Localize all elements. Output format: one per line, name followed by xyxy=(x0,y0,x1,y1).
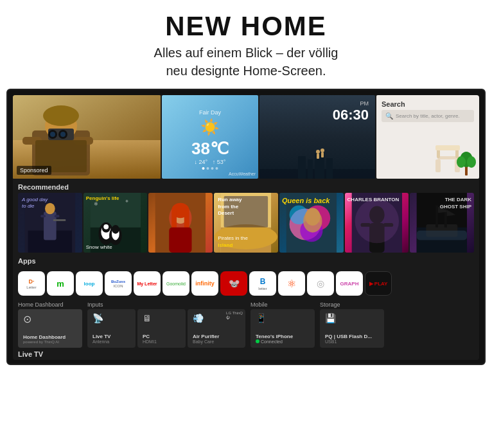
svg-rect-35 xyxy=(44,212,57,240)
app-atom[interactable]: ⚛ xyxy=(278,271,305,296)
rec-item-2-subtitle: Snow white xyxy=(86,244,112,250)
svg-rect-55 xyxy=(172,211,177,229)
rec-item-7-title: THE DARKGHOST SHIP xyxy=(440,197,471,210)
app-atom-icon: ⚛ xyxy=(287,278,296,290)
air-purifier-label: Air Purifier xyxy=(193,334,219,339)
svg-point-19 xyxy=(316,150,320,154)
app-infinity[interactable]: infinity xyxy=(191,271,218,296)
svg-rect-28 xyxy=(435,145,460,150)
antenna-icon: 📡 xyxy=(92,313,103,323)
svg-rect-20 xyxy=(317,154,319,159)
rec-item-1-text: A good dayto die xyxy=(22,197,48,209)
weather-dots xyxy=(202,167,218,170)
app-d-letter-label: Letter xyxy=(26,285,36,289)
app-play-icon: ▶ PLAY xyxy=(369,281,388,287)
weather-source: AccuWeather xyxy=(229,172,256,176)
search-bar[interactable]: 🔍 Search by title, actor, genre. xyxy=(382,110,474,122)
svg-rect-37 xyxy=(40,215,46,217)
weather-dot-2 xyxy=(207,167,209,170)
app-infinity-icon: infinity xyxy=(195,280,215,287)
weather-temperature: 38℃ xyxy=(191,139,229,159)
app-loop[interactable]: loop xyxy=(76,271,103,296)
storage-group: Storage 💾 PQ | USB Flash D... USB1 xyxy=(320,301,384,348)
app-graph-icon: GRAPH xyxy=(340,281,359,287)
live-tv-section-label: Live TV xyxy=(13,348,479,360)
app-myl[interactable]: My Letter xyxy=(134,271,161,296)
home-dashboard-sublabel: powered by ThinQ AI xyxy=(23,340,66,344)
rec-item-2-title: Penguin's life xyxy=(86,195,119,201)
inputs-group-label: Inputs xyxy=(87,301,245,308)
iphone-label: Teneo's iPhone xyxy=(256,334,293,339)
recommended-row: A good dayto die ❄ ❄ xyxy=(13,193,479,254)
mobile-group: Mobile 📱 Teneo's iPhone Connected xyxy=(250,301,315,348)
app-goomolid[interactable]: Goomolid xyxy=(163,271,189,296)
app-graph[interactable]: GRAPH xyxy=(336,271,363,296)
weather-sun-icon: ☀️ xyxy=(200,118,220,136)
rec-item-6[interactable]: CHARLES BRANTON xyxy=(345,193,409,253)
search-title: Search xyxy=(382,100,474,108)
rec-item-1[interactable]: A good dayto die xyxy=(18,193,82,253)
svg-rect-22 xyxy=(321,152,324,157)
pc-icon: 🖥 xyxy=(143,313,152,323)
rec-item-7[interactable]: THE DARKGHOST SHIP xyxy=(410,193,474,253)
usb-item[interactable]: 💾 PQ | USB Flash D... USB1 xyxy=(320,309,384,348)
app-b-letter[interactable]: B letter xyxy=(249,271,276,296)
hero-clock-widget[interactable]: PM 06:30 xyxy=(259,95,375,179)
pc-input-item[interactable]: 🖥 PC HDMI1 xyxy=(137,309,186,348)
app-buzz-label: ICON xyxy=(114,284,123,288)
svg-point-21 xyxy=(321,148,324,152)
rec-item-4-upper-text: Run awayfrom theDesert xyxy=(218,197,242,217)
iphone-item[interactable]: 📱 Teneo's iPhone Connected xyxy=(250,309,315,348)
page-title: NEW HOME xyxy=(0,12,492,41)
usb-icon: 💾 xyxy=(325,313,336,323)
clock-period: PM xyxy=(360,100,369,107)
svg-rect-24 xyxy=(435,159,441,172)
home-dashboard-icon: ⊙ xyxy=(23,313,31,325)
hero-main-banner[interactable]: Sponsored xyxy=(13,95,161,179)
air-purifier-item[interactable]: LG ThinQ⏻ 💨 Air Purifier Baby Care xyxy=(188,309,245,348)
header-section: NEW HOME Alles auf einem Blick – der völ… xyxy=(0,0,492,89)
home-dashboard-label: Home Dashboard xyxy=(23,334,66,340)
rec-item-3[interactable] xyxy=(148,193,213,253)
svg-rect-78 xyxy=(435,206,438,228)
app-buzziss[interactable]: BuZuss ICON xyxy=(105,271,132,296)
hero-search-widget[interactable]: Search 🔍 Search by title, actor, genre. xyxy=(376,95,479,179)
tv-frame: Sponsored Fair Day ☀️ 38℃ ↓ 24° ↑ 53° xyxy=(6,89,486,365)
app-b-label: letter xyxy=(258,287,267,291)
svg-rect-16 xyxy=(308,159,313,179)
svg-point-74 xyxy=(355,199,399,244)
live-tv-input-sublabel: Antenna xyxy=(92,339,110,344)
rec-item-2[interactable]: ❄ ❄ Penguin's life Snow white xyxy=(83,193,148,253)
usb-sublabel: USB1 xyxy=(325,339,372,344)
landscape-illustration xyxy=(259,140,375,179)
svg-point-48 xyxy=(112,225,119,234)
rec-item-4[interactable]: Run awayfrom theDesert Pirates in theIsl… xyxy=(214,193,278,253)
rec-item-3-art xyxy=(148,193,213,253)
weather-day-label: Fair Day xyxy=(199,109,221,116)
live-tv-input-item[interactable]: 📡 Live TV Antenna xyxy=(87,309,136,348)
iphone-sublabel: Connected xyxy=(256,339,293,344)
app-mickey[interactable]: 🐭 xyxy=(220,271,247,296)
weather-range: ↓ 24° ↑ 53° xyxy=(195,159,226,165)
svg-rect-57 xyxy=(170,228,192,253)
weather-dot-4 xyxy=(216,167,218,170)
app-play[interactable]: ▶ PLAY xyxy=(365,271,392,296)
air-purifier-badge: LG ThinQ⏻ xyxy=(226,311,243,319)
svg-text:❄: ❄ xyxy=(93,201,98,207)
home-dashboard-group: Home Dashboard ⊙ Home Dashboard powered … xyxy=(18,301,82,348)
app-rings[interactable]: ◎ xyxy=(307,271,334,296)
app-d-letter[interactable]: D· Letter xyxy=(18,271,45,296)
inputs-items: 📡 Live TV Antenna 🖥 PC HDMI1 xyxy=(87,309,245,348)
connected-indicator xyxy=(256,339,259,343)
svg-text:❄: ❄ xyxy=(125,199,128,203)
svg-point-31 xyxy=(457,156,466,168)
storage-group-label: Storage xyxy=(320,301,384,308)
hero-weather-widget[interactable]: Fair Day ☀️ 38℃ ↓ 24° ↑ 53° AccuWeather xyxy=(162,95,258,179)
app-m[interactable]: m xyxy=(47,271,74,296)
rec-item-5[interactable]: Queen is back xyxy=(279,193,344,253)
home-dashboard-item[interactable]: ⊙ Home Dashboard powered by ThinQ AI xyxy=(18,309,82,348)
app-rings-icon: ◎ xyxy=(317,278,324,289)
app-buzz-icon: BuZuss xyxy=(111,280,125,283)
svg-rect-82 xyxy=(417,231,467,240)
live-tv-input-label: Live TV xyxy=(92,334,110,339)
